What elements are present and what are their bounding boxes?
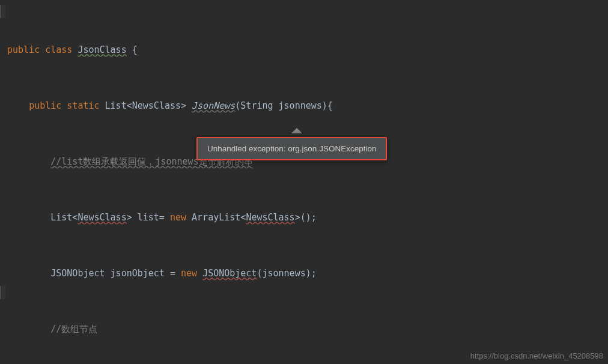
return-type: List<NewsClass> [105,100,192,111]
code-text: >(); [295,212,317,223]
code-line: JSONObject jsonObject = new JSONObject(j… [0,264,608,283]
keyword-class: class [45,44,72,55]
type-ref: ArrayList [192,212,240,223]
code-line: public class JsonClass { [0,41,608,59]
keyword-new: new [170,212,192,223]
keyword-public: public [29,100,61,111]
code-text: List< [50,212,78,223]
code-text: (jsonnews); [257,268,316,279]
error-tooltip[interactable]: Unhandled exception: org.json.JSONExcept… [196,137,387,160]
method-name: JsonNews [192,100,235,111]
class-name: JsonClass [78,44,126,55]
watermark-text: https://blog.csdn.net/weixin_45208598 [470,351,603,360]
code-line: //数组节点 [0,320,608,339]
method-params: (String jsonnews){ [235,100,333,111]
code-editor[interactable]: public class JsonClass { public static L… [0,0,608,364]
brace-open: { [127,44,138,55]
code-text: > list= [127,212,170,223]
keyword-public: public [7,44,40,55]
comment: //数组节点 [50,324,97,335]
type-ref: NewsClass [78,212,126,223]
type-ref: JSONObject [202,268,257,279]
keyword-static: static [67,100,99,111]
type-ref: NewsClass [246,212,294,223]
code-line: List<NewsClass> list= new ArrayList<News… [0,208,608,227]
keyword-new: new [181,268,202,279]
tooltip-arrow-icon [291,128,302,133]
code-text: JSONObject jsonObject = [50,268,181,279]
code-line: public static List<NewsClass> JsonNews(S… [0,97,608,115]
